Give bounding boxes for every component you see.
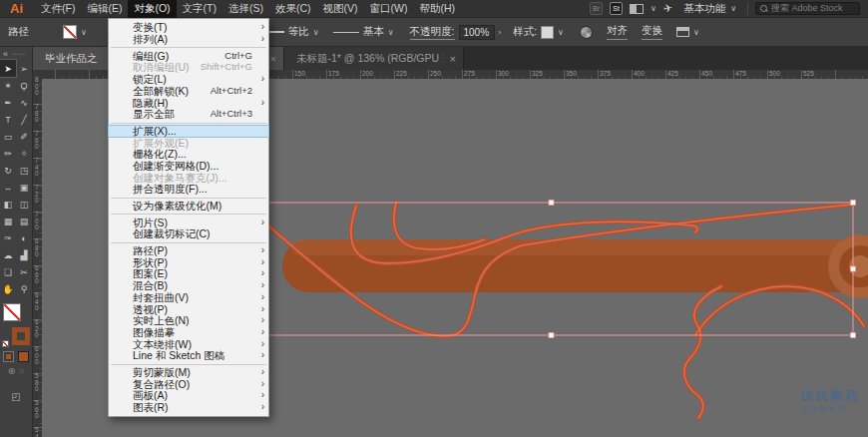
- pen-tool[interactable]: ✒: [0, 94, 16, 111]
- chevron-down-icon[interactable]: ∨: [693, 28, 699, 37]
- width-tool[interactable]: ↔: [0, 179, 16, 196]
- object-menu-item[interactable]: 图案(E)›: [109, 268, 268, 280]
- object-menu-item[interactable]: 透视(P)›: [109, 303, 268, 315]
- object-menu-item[interactable]: 显示全部Alt+Ctrl+3: [109, 109, 268, 121]
- stroke-color-swatch[interactable]: [12, 327, 30, 345]
- zoom-tool[interactable]: ⚲: [16, 280, 32, 297]
- default-fill-stroke-icon[interactable]: [2, 340, 9, 347]
- opacity-label[interactable]: 不透明度:: [410, 25, 455, 40]
- gpu-performance-rocket-icon[interactable]: ✈: [662, 1, 674, 16]
- type-tool[interactable]: T: [0, 111, 16, 128]
- transform-panel-button[interactable]: 变换: [642, 24, 662, 40]
- menubar-item[interactable]: 编辑(E): [81, 0, 128, 18]
- menubar-item[interactable]: 对象(O): [128, 0, 176, 18]
- menubar-item[interactable]: 文字(T): [177, 0, 222, 18]
- chevron-down-icon[interactable]: ∨: [558, 28, 564, 37]
- object-menu-item[interactable]: 实时上色(N)›: [109, 315, 268, 327]
- gradient-tool[interactable]: ▤: [16, 213, 32, 229]
- menubar-item[interactable]: 窗口(W): [364, 0, 414, 18]
- hand-tool[interactable]: ✋: [0, 280, 16, 297]
- selection-tool[interactable]: ➤: [0, 60, 16, 77]
- object-menu-item[interactable]: 文本绕排(W)›: [109, 338, 268, 350]
- blend-tool[interactable]: ◐: [16, 229, 32, 246]
- recolor-artwork-icon[interactable]: [580, 26, 593, 39]
- object-menu-item[interactable]: 变换(T)›: [109, 22, 268, 34]
- eyedropper-tool[interactable]: ✑: [0, 229, 16, 246]
- object-menu-item[interactable]: 创建渐变网格(D)...: [109, 161, 268, 173]
- object-menu-item[interactable]: 编组(G)Ctrl+G: [109, 50, 268, 62]
- chevron-down-icon[interactable]: ∨: [388, 28, 394, 37]
- object-menu-item[interactable]: 形状(P)›: [109, 256, 268, 268]
- curvature-tool[interactable]: ∿: [16, 94, 32, 111]
- draw-behind-icon[interactable]: ◌: [19, 366, 24, 375]
- close-icon[interactable]: ×: [443, 53, 463, 65]
- rectangle-tool[interactable]: ▭: [0, 128, 16, 145]
- bridge-badge[interactable]: Br: [590, 2, 603, 15]
- object-menu-item[interactable]: 锁定(L)›: [109, 74, 268, 86]
- shape-builder-tool[interactable]: ◧: [0, 196, 16, 213]
- object-menu-item[interactable]: 排列(A)›: [109, 34, 268, 46]
- menubar-item[interactable]: 选择(S): [222, 0, 269, 18]
- collapse-panel-icon[interactable]: «: [3, 49, 8, 59]
- object-menu-item[interactable]: 图表(R)›: [109, 402, 268, 414]
- shaper-tool[interactable]: ✧: [16, 145, 32, 162]
- fill-color-swatch[interactable]: [63, 25, 77, 39]
- object-menu-item[interactable]: 混合(B)›: [109, 280, 268, 292]
- object-menu-item[interactable]: 全部解锁(K)Alt+Ctrl+2: [109, 85, 268, 97]
- object-menu-item[interactable]: 封套扭曲(V)›: [109, 291, 268, 303]
- mesh-tool[interactable]: ▦: [0, 213, 16, 229]
- opacity-value-input[interactable]: 100%: [459, 25, 495, 40]
- adobe-stock-search-input[interactable]: 搜索 Adobe Stock: [755, 2, 860, 15]
- document-tab-inactive[interactable]: 未标题-1* @ 136% (RGB/GPU 预览) ×: [284, 47, 464, 70]
- style-swatch[interactable]: [541, 26, 554, 39]
- align-panel-button[interactable]: 对齐: [607, 24, 628, 40]
- rotate-tool[interactable]: ↻: [0, 162, 16, 179]
- color-button[interactable]: [3, 351, 14, 362]
- fill-color-swatch[interactable]: [3, 303, 21, 321]
- menubar-item[interactable]: 效果(C): [269, 0, 317, 18]
- symbol-sprayer-tool[interactable]: ☁: [0, 246, 16, 263]
- draw-normal-icon[interactable]: ◎: [8, 366, 15, 375]
- stock-badge[interactable]: St: [610, 2, 623, 15]
- chevron-down-icon[interactable]: ∨: [313, 28, 319, 37]
- object-menu-item[interactable]: 扩展(X)...: [109, 126, 268, 138]
- graph-tool[interactable]: ▟: [16, 246, 32, 263]
- panel-options-icon[interactable]: [676, 27, 689, 37]
- profile-label[interactable]: 等比: [288, 25, 309, 39]
- object-menu-item[interactable]: 隐藏(H)›: [109, 97, 268, 109]
- gradient-button[interactable]: [18, 351, 29, 362]
- direct-selection-tool[interactable]: ➢: [16, 60, 32, 77]
- scale-tool[interactable]: ◳: [16, 162, 32, 179]
- arrange-documents-icon[interactable]: [630, 4, 644, 14]
- chevron-right-icon[interactable]: ›: [499, 28, 502, 37]
- perspective-grid-tool[interactable]: ◫: [16, 196, 32, 213]
- object-menu-item[interactable]: 设为像素级优化(M): [109, 201, 268, 213]
- object-menu-item[interactable]: 路径(P)›: [109, 245, 268, 257]
- object-menu-item[interactable]: 画板(A)›: [109, 390, 268, 402]
- branch-curves[interactable]: [251, 203, 864, 418]
- object-menu-item[interactable]: 拼合透明度(F)...: [109, 184, 268, 196]
- menubar-item[interactable]: 帮助(H): [414, 0, 462, 18]
- artboard-tool[interactable]: ❏: [0, 263, 16, 280]
- paintbrush-tool[interactable]: ✐: [16, 128, 32, 145]
- lasso-tool[interactable]: Ϙ: [16, 77, 32, 94]
- object-menu-item[interactable]: 创建裁切标记(C): [109, 228, 268, 240]
- menubar-item[interactable]: 视图(V): [317, 0, 364, 18]
- menubar-item[interactable]: 文件(F): [35, 0, 81, 18]
- screen-mode-button[interactable]: ◰: [0, 391, 32, 402]
- object-menu-item[interactable]: 切片(S)›: [109, 217, 268, 228]
- free-transform-tool[interactable]: ▣: [16, 179, 32, 196]
- line-segment-tool[interactable]: ╱: [16, 111, 32, 128]
- object-menu-item[interactable]: 栅格化(Z)...: [109, 149, 268, 161]
- magic-wand-tool[interactable]: ✶: [0, 77, 16, 94]
- chevron-down-icon[interactable]: ∨: [81, 28, 87, 37]
- brush-definition-label[interactable]: 基本: [363, 25, 384, 39]
- chevron-down-icon[interactable]: ∨: [651, 4, 656, 13]
- pencil-tool[interactable]: ✏: [0, 145, 16, 162]
- object-menu-item[interactable]: 剪切蒙版(M)›: [109, 367, 268, 379]
- slice-tool[interactable]: ✂: [16, 263, 32, 280]
- object-menu-item[interactable]: Line 和 Sketch 图稿›: [109, 350, 268, 362]
- object-menu-item[interactable]: 复合路径(O)›: [109, 378, 268, 390]
- workspace-switcher[interactable]: 基本功能 ∨: [679, 2, 740, 16]
- object-menu-item[interactable]: 图像描摹›: [109, 327, 268, 339]
